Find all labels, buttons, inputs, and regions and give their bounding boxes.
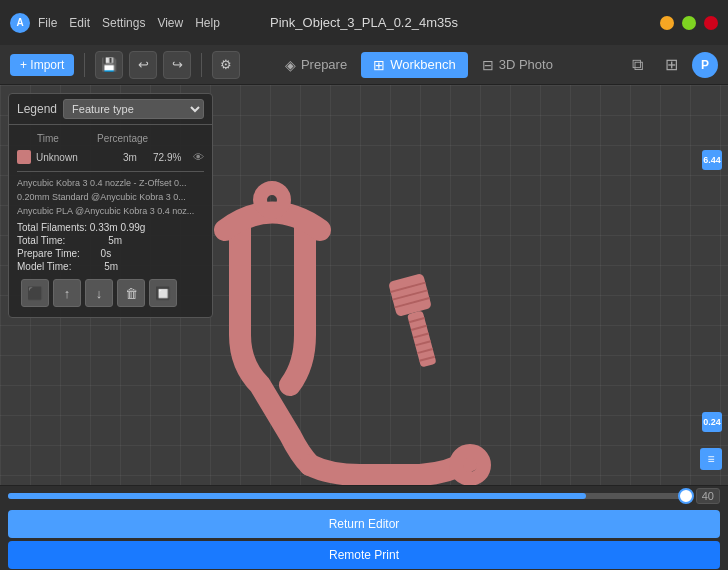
profile-line-1: Anycubic Kobra 3 0.4 nozzle - Z-Offset 0… xyxy=(17,177,204,189)
legend-tool-1[interactable]: ⬛ xyxy=(21,279,49,307)
user-avatar[interactable]: P xyxy=(692,52,718,78)
legend-tool-down[interactable]: ↓ xyxy=(85,279,113,307)
tab-3dphoto[interactable]: ⊟ 3D Photo xyxy=(470,52,565,78)
close-button[interactable]: × xyxy=(704,16,718,30)
legend-tool-up[interactable]: ↑ xyxy=(53,279,81,307)
bottom-bar: 40 Return Editor Remote Print Export G-c… xyxy=(0,485,728,570)
legend-tool-delete[interactable]: 🗑 xyxy=(117,279,145,307)
tab-prepare-label: Prepare xyxy=(301,57,347,72)
main-canvas: Legend Feature type Time Percentage Unkn… xyxy=(0,85,728,570)
layer-badge-bottom: 0.24 xyxy=(702,412,722,432)
redo-button[interactable]: ↪ xyxy=(163,51,191,79)
eye-icon[interactable]: 👁 xyxy=(193,151,204,163)
time-header: Time xyxy=(37,133,97,144)
total-time-value: 5m xyxy=(108,235,122,246)
tab-3dphoto-label: 3D Photo xyxy=(499,57,553,72)
tab-prepare[interactable]: ◈ Prepare xyxy=(273,52,359,78)
undo-button[interactable]: ↩ xyxy=(129,51,157,79)
return-editor-button[interactable]: Return Editor xyxy=(8,510,720,538)
menu-view[interactable]: View xyxy=(157,16,183,30)
tab-workbench[interactable]: ⊞ Workbench xyxy=(361,52,468,78)
toolbar-divider-1 xyxy=(84,53,85,77)
legend-column-headers: Time Percentage xyxy=(17,131,204,148)
model-time-label: Model Time: xyxy=(17,261,71,272)
legend-title: Legend xyxy=(17,102,57,116)
legend-pct-unknown: 72.9% xyxy=(153,152,193,163)
layer-badge-top: 6.44 xyxy=(702,150,722,170)
legend-toolbar: ⬛ ↑ ↓ 🗑 🔲 xyxy=(17,273,204,311)
layer-progress-thumb[interactable] xyxy=(678,488,694,504)
prepare-time-value: 0s xyxy=(101,248,112,259)
tab-group: ◈ Prepare ⊞ Workbench ⊟ 3D Photo xyxy=(273,52,565,78)
app-icon: A xyxy=(10,13,30,33)
maximize-button[interactable]: □ xyxy=(682,16,696,30)
total-filaments-label: Total Filaments: xyxy=(17,222,87,233)
import-button[interactable]: + Import xyxy=(10,54,74,76)
menu-settings[interactable]: Settings xyxy=(102,16,145,30)
layer-number: 40 xyxy=(696,488,720,504)
legend-divider xyxy=(17,171,204,172)
window-controls: – □ × xyxy=(660,16,718,30)
new-window-button[interactable]: ⧉ xyxy=(624,51,652,79)
menu-help[interactable]: Help xyxy=(195,16,220,30)
profile-line-2: 0.20mm Standard @Anycubic Kobra 3 0... xyxy=(17,191,204,203)
menu-bar: File Edit Settings View Help xyxy=(38,16,220,30)
feature-type-select[interactable]: Feature type xyxy=(63,99,204,119)
prepare-time-label: Prepare Time: xyxy=(17,248,80,259)
toolbar: + Import 💾 ↩ ↪ ⚙ ◈ Prepare ⊞ Workbench ⊟… xyxy=(0,45,728,85)
toolbar-divider-2 xyxy=(201,53,202,77)
total-filaments-value: 0.33m 0.99g xyxy=(90,222,146,233)
legend-item-unknown: Unknown 3m 72.9% 👁 xyxy=(17,148,204,166)
legend-name-unknown: Unknown xyxy=(36,152,123,163)
save-button[interactable]: 💾 xyxy=(95,51,123,79)
total-time-stat: Total Time: 5m xyxy=(17,234,204,247)
legend-color-unknown xyxy=(17,150,31,164)
menu-edit[interactable]: Edit xyxy=(69,16,90,30)
3dphoto-icon: ⊟ xyxy=(482,57,494,73)
settings-button[interactable]: ⚙ xyxy=(212,51,240,79)
total-filaments-stat: Total Filaments: 0.33m 0.99g xyxy=(17,221,204,234)
menu-file[interactable]: File xyxy=(38,16,57,30)
toolbar-right: ⧉ ⊞ P xyxy=(624,51,718,79)
model-time-value: 5m xyxy=(104,261,118,272)
percentage-header: Percentage xyxy=(97,133,167,144)
minimize-button[interactable]: – xyxy=(660,16,674,30)
window-title: Pink_Object_3_PLA_0.2_4m35s xyxy=(270,15,458,30)
legend-tool-view[interactable]: 🔲 xyxy=(149,279,177,307)
total-time-label: Total Time: xyxy=(17,235,65,246)
layers-icon-button[interactable]: ≡ xyxy=(700,448,722,470)
grid-button[interactable]: ⊞ xyxy=(658,51,686,79)
legend-header: Legend Feature type xyxy=(9,94,212,125)
prepare-time-stat: Prepare Time: 0s xyxy=(17,247,204,260)
legend-body: Time Percentage Unknown 3m 72.9% 👁 Anycu… xyxy=(9,125,212,317)
action-buttons-row: Return Editor Remote Print Export G-code… xyxy=(0,506,728,570)
workbench-icon: ⊞ xyxy=(373,57,385,73)
title-bar: A File Edit Settings View Help Pink_Obje… xyxy=(0,0,728,45)
layer-progress-track[interactable] xyxy=(8,493,688,499)
progress-row: 40 xyxy=(0,486,728,506)
remote-print-button[interactable]: Remote Print xyxy=(8,541,720,569)
profile-line-3: Anycubic PLA @Anycubic Kobra 3 0.4 noz..… xyxy=(17,205,204,217)
layer-progress-fill xyxy=(8,493,586,499)
prepare-icon: ◈ xyxy=(285,57,296,73)
tab-workbench-label: Workbench xyxy=(390,57,456,72)
model-time-stat: Model Time: 5m xyxy=(17,260,204,273)
legend-time-unknown: 3m xyxy=(123,152,153,163)
legend-panel: Legend Feature type Time Percentage Unkn… xyxy=(8,93,213,318)
